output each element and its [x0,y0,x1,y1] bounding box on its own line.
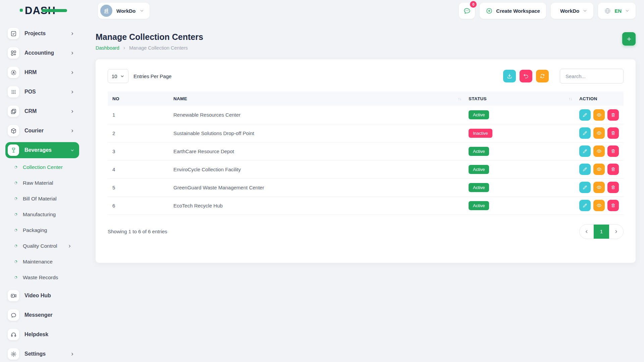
trash-icon [610,167,616,172]
refresh-icon [539,73,545,79]
sidebar-item-video-hub[interactable]: Video Hub [5,288,79,304]
plus-circle-icon [486,7,493,14]
sidebar-item-label: Raw Material [23,180,53,186]
entries-per-page-value: 10 [112,73,117,79]
language-menu[interactable]: EN [598,3,636,19]
sidebar-subitem-quality-control[interactable]: Quality Control [5,240,79,252]
sidebar-subitem-raw-material[interactable]: Raw Material [5,177,79,189]
page-header: Manage Collection Centers Dashboard Mana… [96,32,636,51]
sidebar-item-accounting[interactable]: Accounting [5,45,79,61]
delete-button[interactable] [607,200,619,211]
table-row: 4EnviroCycle Collection FacilityActive [108,160,624,178]
edit-button[interactable] [579,145,591,157]
refresh-button[interactable] [536,70,549,82]
view-button[interactable] [593,182,605,193]
view-button[interactable] [593,200,605,211]
crm-icon [8,106,19,117]
edit-button[interactable] [579,164,591,175]
cell-name: Sustainable Solutions Drop-off Point [173,124,469,142]
sidebar-item-pos[interactable]: POS [5,84,79,100]
eye-icon [596,112,602,118]
table-footer: Showing 1 to 6 of 6 entries 1 [108,224,624,239]
sidebar-subitem-bill-of-material[interactable]: Bill Of Material [5,193,79,204]
column-header-status[interactable]: STATUS↑↓ [469,92,579,106]
delete-button[interactable] [607,164,619,175]
workspace-name: WorkDo [116,8,136,14]
chevron-right-icon [67,244,72,248]
edit-button[interactable] [579,109,591,121]
chevron-right-icon [70,51,74,55]
sidebar-item-label: Settings [24,351,46,357]
sidebar-item-label: Bill Of Material [23,196,57,202]
view-button[interactable] [593,109,605,121]
building-icon [103,7,110,14]
messages-badge: 0 [470,1,477,8]
chevron-right-icon [614,229,619,234]
table-row: 1Renewable Resources CenterActive [108,106,624,124]
sidebar-subitem-waste-records[interactable]: Waste Records [5,272,79,283]
delete-button[interactable] [607,182,619,193]
projects-icon [8,28,19,39]
entries-per-page-label: Entries Per Page [133,73,171,79]
add-collection-center-button[interactable] [622,32,636,46]
table-header-row: NONAME↑↓STATUS↑↓ACTION [108,92,624,106]
delete-button[interactable] [607,145,619,157]
chevron-down-icon [140,8,144,13]
sidebar-item-courier[interactable]: Courier [5,123,79,139]
pagination-page-1[interactable]: 1 [594,224,609,239]
chevron-right-icon [70,109,74,114]
cell-action [579,178,624,196]
sidebar-item-label: Courier [24,128,44,134]
view-button[interactable] [593,127,605,139]
export-button[interactable] [503,70,516,82]
sidebar-item-crm[interactable]: CRM [5,103,79,119]
entries-per-page-select[interactable]: 10 [108,69,128,83]
breadcrumb-link-dashboard[interactable]: Dashboard [96,45,119,51]
cell-action [579,160,624,178]
delete-button[interactable] [607,109,619,121]
toolbar-buttons [503,69,624,83]
status-badge: Inactive [469,129,492,138]
messages-button[interactable]: 0 [459,3,475,19]
table-row: 6EcoTech Recycle HubActive [108,196,624,215]
sidebar-subitem-maintenance[interactable]: Maintenance [5,256,79,267]
column-header-name[interactable]: NAME↑↓ [173,92,469,106]
bullet-icon [14,228,18,232]
cell-name: EarthCare Resource Depot [173,142,469,160]
chat-icon [463,7,471,15]
pagination-prev-button[interactable] [580,224,594,239]
sidebar-item-label: Maintenance [23,259,53,265]
edit-button[interactable] [579,127,591,139]
view-button[interactable] [593,164,605,175]
logo-text: DASH [25,5,56,16]
undo-icon [523,73,529,79]
sidebar-item-messenger[interactable]: Messenger [5,307,79,323]
pagination-next-button[interactable] [609,224,623,239]
create-workspace-button[interactable]: Create Workspace [480,3,546,19]
workspace-switcher[interactable]: WorkDo [98,3,150,19]
sidebar-item-settings[interactable]: Settings [5,346,79,362]
view-button[interactable] [593,145,605,157]
sidebar-item-helpdesk[interactable]: Helpdesk [5,326,79,343]
sidebar-item-label: Quality Control [23,243,57,249]
sidebar-subitem-collection-center[interactable]: Collection Center [5,162,79,173]
chevron-right-icon [70,129,74,133]
bullet-icon [14,244,18,248]
search-input[interactable] [560,69,624,83]
chevron-down-icon [625,8,630,13]
delete-button[interactable] [607,127,619,139]
sidebar-item-projects[interactable]: Projects [5,25,79,42]
cell-action [579,106,624,124]
app-logo[interactable]: DASH [25,5,56,17]
cell-no: 4 [108,160,173,178]
edit-button[interactable] [579,200,591,211]
sidebar-subitem-packaging[interactable]: Packaging [5,225,79,236]
sidebar-item-beverages[interactable]: Beverages [5,142,79,158]
app-menu-button[interactable]: WorkDo [551,3,593,19]
sidebar-subitem-manufacturing[interactable]: Manufacturing [5,209,79,220]
sidebar-item-hrm[interactable]: HRM [5,64,79,80]
edit-button[interactable] [579,182,591,193]
reset-button[interactable] [520,70,532,82]
download-icon [506,73,513,79]
sidebar-item-label: Messenger [24,312,53,318]
